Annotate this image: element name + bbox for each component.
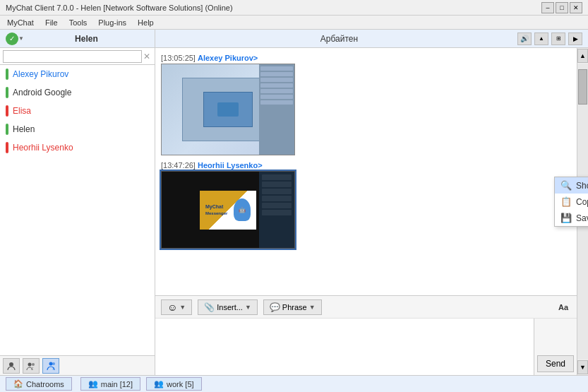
contact-item[interactable]: Elisa (0, 102, 155, 120)
group-icon-button[interactable] (42, 358, 59, 374)
speaker-icon-button[interactable]: 🔊 (517, 32, 532, 45)
search-icon: 🔍 (560, 180, 572, 191)
composer-toolbar: ☺ ▼ 📎 Insert... ▼ 💬 Phrase (155, 296, 577, 319)
sidebar-header: ✓ ▼ Helen (0, 30, 155, 48)
menu-tools[interactable]: Tools (65, 17, 92, 28)
offline-indicator (6, 105, 8, 117)
insert-dropdown-arrow: ▼ (245, 304, 251, 311)
menu-file[interactable]: File (41, 17, 62, 28)
svg-point-0 (9, 362, 13, 367)
save-as-label: Save as... (576, 213, 577, 223)
phrase-icon: 💬 (270, 302, 280, 312)
chatrooms-label: Chatrooms (26, 380, 64, 388)
work-label: work [5] (167, 380, 194, 388)
send-button[interactable]: Send (537, 355, 574, 372)
search-bar: ✕ (0, 48, 155, 65)
save-icon: 💾 (560, 213, 572, 223)
sender-name[interactable]: Alexey Pikurov> (198, 54, 258, 62)
work-users-icon: 👥 (154, 379, 164, 388)
online-indicator (6, 69, 8, 80)
scroll-up-button[interactable]: ▲ (577, 49, 588, 63)
save-as-menu-item[interactable]: 💾 Save as... (555, 210, 577, 226)
menu-bar: MyChat File Tools Plug-ins Help (0, 16, 588, 30)
scroll-down-button[interactable]: ▼ (577, 360, 588, 374)
sidebar-bottom-bar (0, 355, 155, 375)
svg-point-4 (52, 362, 55, 365)
context-menu: 🔍 Show image 📋 Copy 💾 Save as... (554, 177, 577, 227)
chat-header: Арбайтен 🔊 ▲ ⊞ ▶ (155, 30, 588, 48)
contact-name: Heorhii Lysenko (13, 143, 73, 153)
contact-name: Elisa (13, 106, 31, 116)
expand-icon-button[interactable]: ▲ (534, 32, 548, 45)
svg-point-1 (28, 362, 32, 366)
search-input[interactable] (3, 50, 142, 63)
status-icon: ✓ (6, 32, 18, 45)
show-image-menu-item[interactable]: 🔍 Show image (555, 177, 577, 194)
person2-icon-button[interactable] (23, 358, 40, 374)
sidebar-user-label: Helen (24, 34, 149, 44)
contact-item[interactable]: Helen (0, 120, 155, 138)
insert-button[interactable]: 📎 Insert... ▼ (198, 299, 258, 315)
message-sender: [13:47:26] Heorhii Lysenko> (161, 161, 571, 170)
svg-point-3 (49, 362, 53, 365)
contact-item[interactable]: Alexey Pikurov (0, 65, 155, 83)
menu-help[interactable]: Help (133, 17, 158, 28)
message-input[interactable] (155, 319, 534, 375)
copy-label: Copy (576, 197, 577, 207)
sidebar: ✓ ▼ Helen ✕ Alexey Pikurov Android Googl… (0, 30, 155, 375)
main-layout: ✓ ▼ Helen ✕ Alexey Pikurov Android Googl… (0, 30, 588, 375)
chatrooms-tab[interactable]: 🏠 Chatrooms (6, 377, 72, 391)
online-indicator (6, 124, 8, 135)
composer: ☺ ▼ 📎 Insert... ▼ 💬 Phrase (155, 295, 577, 375)
copy-icon: 📋 (560, 196, 572, 207)
contact-name: Helen (13, 124, 35, 134)
arrow-right-icon-button[interactable]: ▶ (568, 32, 582, 45)
search-clear-button[interactable]: ✕ (142, 52, 152, 61)
side-panel (259, 172, 294, 249)
message-row: [13:47:26] Heorhii Lysenko> (161, 161, 571, 249)
format-text-button[interactable]: Aa (556, 302, 571, 313)
close-button[interactable]: ✕ (570, 2, 582, 13)
svg-point-2 (32, 363, 35, 366)
minimize-button[interactable]: – (541, 2, 554, 13)
chat-area: Арбайтен 🔊 ▲ ⊞ ▶ [13:05:25] Alexey Pikur… (155, 30, 588, 375)
menu-plugins[interactable]: Plug-ins (94, 17, 131, 28)
layout-icon-button[interactable]: ⊞ (551, 32, 565, 45)
messages-area: [13:05:25] Alexey Pikurov> (155, 48, 577, 295)
maximize-button[interactable]: □ (556, 2, 568, 13)
menu-mychat[interactable]: MyChat (3, 17, 38, 28)
paperclip-icon: 📎 (204, 302, 215, 312)
contact-name: Alexey Pikurov (13, 69, 68, 79)
contact-item[interactable]: Android Google (0, 83, 155, 102)
main-tab[interactable]: 👥 main [12] (80, 377, 140, 391)
sender-name[interactable]: Heorhii Lysenko> (198, 161, 263, 170)
status-dropdown[interactable]: ▼ (18, 35, 24, 42)
contact-item[interactable]: Heorhii Lysenko (0, 138, 155, 157)
main-label: main [12] (101, 380, 133, 388)
emoji-button[interactable]: ☺ ▼ (161, 299, 192, 315)
chat-messages-col: [13:05:25] Alexey Pikurov> (155, 48, 577, 375)
message-image-2[interactable]: MyChatMessenger 🤖 (161, 171, 295, 249)
copy-menu-item[interactable]: 📋 Copy (555, 194, 577, 210)
phrase-dropdown-arrow: ▼ (309, 304, 316, 311)
message-sender: [13:05:25] Alexey Pikurov> (161, 54, 571, 62)
contact-name: Android Google (13, 88, 71, 97)
person-icon-button[interactable] (3, 358, 20, 374)
message-timestamp: [13:47:26] (161, 161, 196, 170)
header-icons: 🔊 ▲ ⊞ ▶ (517, 32, 582, 45)
chat-content-row: [13:05:25] Alexey Pikurov> (155, 48, 588, 375)
phrase-button[interactable]: 💬 Phrase ▼ (263, 299, 322, 315)
chat-title: Арбайтен (161, 34, 517, 44)
chatrooms-icon: 🏠 (13, 379, 23, 388)
title-bar: MyChat Client 7.0.0 - Helen [Network Sof… (0, 0, 588, 16)
status-bar: 🏠 Chatrooms 👥 main [12] 👥 work [5] (0, 375, 588, 392)
online-indicator (6, 87, 8, 98)
message-image-1[interactable] (161, 64, 295, 155)
scroll-thumb[interactable] (578, 69, 587, 105)
emoji-dropdown-arrow: ▼ (179, 304, 186, 311)
message-timestamp: [13:05:25] (161, 54, 196, 62)
send-btn-area: Send (534, 319, 577, 375)
insert-label: Insert... (217, 303, 243, 311)
show-image-label: Show image (576, 181, 577, 191)
work-tab[interactable]: 👥 work [5] (146, 377, 202, 391)
